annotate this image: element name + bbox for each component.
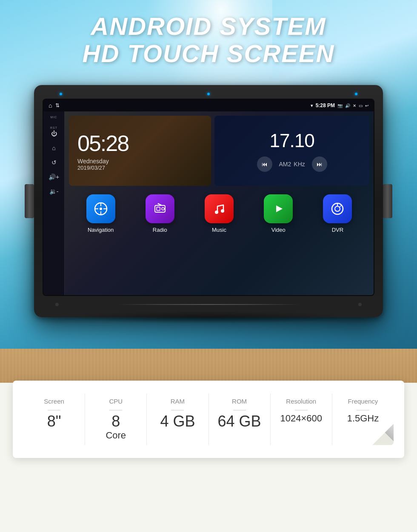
app-navigation[interactable]: Navigation <box>71 194 130 233</box>
status-time: 5:28 PM <box>316 102 335 108</box>
music-icon <box>205 194 234 223</box>
radio-info: AM2 KHz <box>279 161 305 168</box>
svg-point-8 <box>162 208 164 210</box>
radio-prev-button[interactable]: ⏮ <box>257 156 272 172</box>
nav-label: Navigation <box>88 227 114 233</box>
spec-ram-value: 4 GB <box>160 413 195 430</box>
top-dot-right <box>355 93 357 95</box>
home-sidebar-icon[interactable]: ⌂ <box>52 145 55 151</box>
radio-icon <box>146 194 174 223</box>
widget-area: 05:28 Wednesday 2019/03/27 17.10 ⏮ <box>65 111 374 190</box>
status-bar: ⌂ ⇅ ▾ 5:28 PM 📷 🔊 ✕ ▭ ↩ <box>43 100 374 111</box>
svg-point-12 <box>221 209 224 213</box>
app-music[interactable]: Music <box>189 194 248 233</box>
app-dvr[interactable]: DVR <box>308 194 367 233</box>
rst-label: RST <box>50 126 57 129</box>
home-icon[interactable]: ⌂ <box>49 102 52 109</box>
radio-controls: ⏮ AM2 KHz ⏭ <box>257 156 327 172</box>
usb-icon: ⇅ <box>55 102 60 108</box>
device-shadow <box>69 311 348 324</box>
camera-icon: 📷 <box>337 103 343 108</box>
svg-line-17 <box>339 205 341 208</box>
spec-ram-label: RAM <box>171 398 185 405</box>
specs-section: Screen 8" CPU 8 Core RAM 4 GB ROM 64 GB … <box>13 381 404 458</box>
spec-resolution-label: Resolution <box>286 398 316 405</box>
screen: ⌂ ⇅ ▾ 5:28 PM 📷 🔊 ✕ ▭ ↩ <box>43 100 374 295</box>
spec-frequency-label: Frequency <box>348 398 378 405</box>
paper-curl <box>372 424 394 445</box>
screen-bezel: ⌂ ⇅ ▾ 5:28 PM 📷 🔊 ✕ ▭ ↩ <box>43 99 374 296</box>
title-section: ANDROID SYSTEM HD TOUCH SCREEN <box>0 13 417 67</box>
app-radio[interactable]: Radio <box>130 194 189 233</box>
svg-marker-13 <box>276 205 283 212</box>
title-line2: HD TOUCH SCREEN <box>0 40 417 67</box>
device-top-decoration <box>43 93 374 95</box>
radio-widget: 17.10 ⏮ AM2 KHz ⏭ <box>214 116 369 186</box>
spec-screen-divider <box>48 410 60 410</box>
spec-cpu-value: 8 <box>111 413 120 430</box>
status-left: ⌂ ⇅ <box>49 102 60 109</box>
radio-label: Radio <box>153 227 167 233</box>
spec-ram: RAM 4 GB <box>147 393 208 445</box>
spec-rom: ROM 64 GB <box>209 393 271 445</box>
device-outer: ⌂ ⇅ ▾ 5:28 PM 📷 🔊 ✕ ▭ ↩ <box>34 85 383 317</box>
mount-right <box>383 184 392 218</box>
svg-rect-7 <box>157 207 160 211</box>
dvr-label: DVR <box>332 227 343 233</box>
svg-point-1 <box>100 208 102 210</box>
clock-date: 2019/03/27 <box>77 165 203 171</box>
power-icon[interactable]: ⏻ <box>51 130 57 137</box>
radio-frequency: 17.10 <box>270 130 314 151</box>
video-icon <box>264 194 293 223</box>
music-label: Music <box>212 227 226 233</box>
top-dot-center <box>207 93 210 95</box>
spec-screen-value: 8" <box>47 413 61 430</box>
spec-frequency-value: 1.5GHz <box>347 413 379 424</box>
spec-cpu-divider <box>109 410 122 410</box>
volume-down-icon[interactable]: 🔉- <box>49 188 59 195</box>
spec-resolution-value: 1024×600 <box>280 413 323 424</box>
spec-frequency-divider <box>357 410 369 410</box>
bottom-line <box>117 304 300 305</box>
spec-cpu-label: CPU <box>109 398 123 405</box>
spec-screen-label: Screen <box>44 398 64 405</box>
app-video[interactable]: Video <box>249 194 308 233</box>
mount-left <box>25 184 34 218</box>
radio-next-button[interactable]: ⏭ <box>312 156 327 172</box>
svg-point-10 <box>157 203 159 205</box>
spec-resolution: Resolution 1024×600 <box>271 393 332 445</box>
status-right: ▾ 5:28 PM 📷 🔊 ✕ ▭ ↩ <box>311 102 368 108</box>
spec-cpu-sub: Core <box>106 430 126 441</box>
spec-rom-label: ROM <box>232 398 247 405</box>
back-sidebar-icon[interactable]: ↺ <box>51 159 57 166</box>
volume-icon: 🔊 <box>345 103 350 108</box>
spec-rom-divider <box>233 410 246 410</box>
close-icon: ✕ <box>353 103 356 108</box>
window-icon: ▭ <box>359 103 363 108</box>
svg-point-11 <box>215 211 218 214</box>
volume-up-icon[interactable]: 🔊+ <box>49 174 59 180</box>
radio-unit: KHz <box>294 161 305 168</box>
dvr-icon <box>323 194 352 223</box>
nav-icon <box>86 194 115 223</box>
back-icon: ↩ <box>365 103 368 108</box>
video-label: Video <box>271 227 286 233</box>
spec-frequency: Frequency 1.5GHz <box>332 393 394 445</box>
wifi-icon: ▾ <box>311 103 313 108</box>
screen-content: MIC RST ⏻ ⌂ ↺ 🔊+ 🔉- <box>43 111 374 295</box>
spec-cpu: CPU 8 Core <box>85 393 147 445</box>
device-bottom <box>43 299 374 310</box>
clock-widget: 05:28 Wednesday 2019/03/27 <box>69 116 211 186</box>
spec-ram-divider <box>171 410 184 410</box>
main-area: 05:28 Wednesday 2019/03/27 17.10 ⏮ <box>65 111 374 295</box>
bottom-dot-left <box>55 303 59 306</box>
spec-resolution-divider <box>295 410 308 410</box>
mic-label: MIC <box>51 116 57 119</box>
device-wrapper: ⌂ ⇅ ▾ 5:28 PM 📷 🔊 ✕ ▭ ↩ <box>34 85 383 317</box>
apps-area: Navigation <box>65 190 374 295</box>
clock-time: 05:28 <box>77 131 203 156</box>
title-line1: ANDROID SYSTEM <box>0 13 417 40</box>
clock-day: Wednesday <box>77 158 203 165</box>
spec-rom-value: 64 GB <box>218 413 261 430</box>
spec-screen: Screen 8" <box>23 393 85 445</box>
